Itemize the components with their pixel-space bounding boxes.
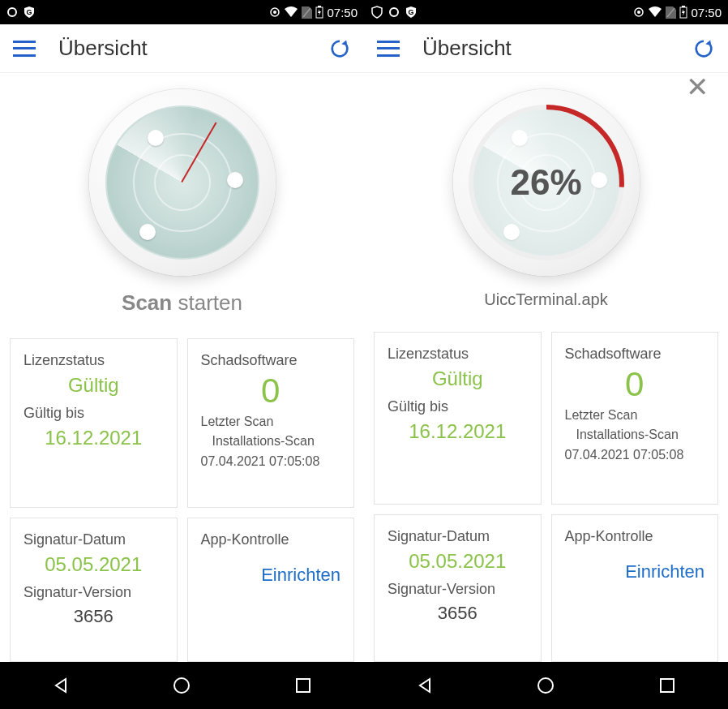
wifi-icon bbox=[648, 6, 662, 18]
tile-label: App-Kontrolle bbox=[201, 531, 341, 548]
tile-label: Lizenzstatus bbox=[388, 346, 528, 363]
scan-area: ✕ 26% UiccTerminal.apk bbox=[364, 73, 728, 324]
scan-percent: 26% bbox=[453, 89, 640, 276]
last-scan-type: Installations-Scan bbox=[201, 432, 341, 450]
recent-button[interactable] bbox=[293, 676, 313, 695]
svg-text:G: G bbox=[26, 8, 32, 16]
tile-label: Signatur-Version bbox=[24, 584, 164, 601]
back-button[interactable] bbox=[415, 676, 435, 695]
tile-label: Schadsoftware bbox=[565, 346, 705, 363]
app-header: Übersicht bbox=[364, 24, 728, 73]
license-until: 16.12.2021 bbox=[24, 427, 164, 449]
signature-date: 05.05.2021 bbox=[388, 550, 528, 573]
page-title: Übersicht bbox=[58, 36, 328, 61]
tile-appcontrol[interactable]: App-Kontrolle Einrichten bbox=[551, 514, 719, 662]
svg-point-7 bbox=[174, 678, 189, 693]
svg-rect-6 bbox=[318, 6, 321, 7]
tile-label: Signatur-Version bbox=[388, 581, 528, 598]
scan-progress-indicator: 26% bbox=[453, 89, 640, 276]
malware-count: 0 bbox=[565, 367, 705, 402]
page-title: Übersicht bbox=[422, 36, 692, 61]
tiles-grid: Lizenzstatus Gültig Gültig bis 16.12.202… bbox=[0, 330, 364, 662]
menu-button[interactable] bbox=[377, 41, 400, 57]
status-bar: G 07:50 bbox=[0, 0, 364, 24]
wifi-icon bbox=[284, 6, 298, 18]
menu-button[interactable] bbox=[13, 41, 36, 57]
svg-rect-15 bbox=[682, 6, 685, 7]
scan-caption: Scan starten bbox=[0, 290, 364, 316]
target-icon bbox=[633, 6, 644, 18]
signature-date: 05.05.2021 bbox=[24, 553, 164, 576]
tile-label: Gültig bis bbox=[24, 405, 164, 422]
tile-malware[interactable]: Schadsoftware 0 Letzter Scan Installatio… bbox=[551, 332, 719, 505]
tile-label: Gültig bis bbox=[388, 398, 528, 415]
status-bar: G 07:50 bbox=[364, 0, 728, 24]
status-right-icons: 07:50 bbox=[633, 6, 722, 19]
phone-left: G 07:50 Übersicht bbox=[0, 0, 364, 709]
tile-license[interactable]: Lizenzstatus Gültig Gültig bis 16.12.202… bbox=[374, 332, 542, 505]
shield-outline-icon bbox=[370, 6, 383, 19]
scan-start-button[interactable] bbox=[89, 89, 276, 276]
refresh-button[interactable] bbox=[692, 37, 715, 60]
status-time: 07:50 bbox=[327, 6, 358, 19]
tile-license[interactable]: Lizenzstatus Gültig Gültig bis 16.12.202… bbox=[10, 338, 178, 508]
svg-point-0 bbox=[8, 8, 16, 16]
phone-right: G 07:50 Übersicht ✕ bbox=[364, 0, 728, 709]
shield-icon: G bbox=[23, 6, 36, 19]
status-right-icons: 07:50 bbox=[269, 6, 358, 19]
svg-point-3 bbox=[273, 11, 276, 14]
signature-version: 3656 bbox=[24, 606, 164, 627]
android-nav-bar bbox=[364, 662, 728, 709]
last-scan-label: Letzter Scan bbox=[565, 406, 705, 424]
home-button[interactable] bbox=[536, 676, 555, 695]
last-scan-label: Letzter Scan bbox=[201, 413, 341, 431]
recent-button[interactable] bbox=[657, 676, 677, 695]
sim-icon bbox=[666, 6, 676, 19]
android-nav-bar bbox=[0, 662, 364, 709]
svg-rect-8 bbox=[297, 679, 310, 692]
tile-signature[interactable]: Signatur-Datum 05.05.2021 Signatur-Versi… bbox=[10, 518, 178, 662]
license-status: Gültig bbox=[24, 374, 164, 397]
tile-appcontrol[interactable]: App-Kontrolle Einrichten bbox=[187, 518, 355, 662]
scan-area: Scan starten bbox=[0, 73, 364, 330]
scan-cancel-button[interactable]: ✕ bbox=[686, 73, 709, 101]
license-until: 16.12.2021 bbox=[388, 420, 528, 443]
refresh-button[interactable] bbox=[328, 37, 351, 60]
tiles-grid: Lizenzstatus Gültig Gültig bis 16.12.202… bbox=[364, 324, 728, 662]
battery-icon bbox=[315, 6, 323, 19]
tile-label: Signatur-Datum bbox=[388, 528, 528, 545]
back-button[interactable] bbox=[51, 676, 71, 695]
license-status: Gültig bbox=[388, 367, 528, 390]
appcontrol-setup-link[interactable]: Einrichten bbox=[201, 553, 341, 586]
status-left-icons: G bbox=[370, 6, 418, 19]
appcontrol-setup-link[interactable]: Einrichten bbox=[565, 550, 705, 582]
app-header: Übersicht bbox=[0, 24, 364, 73]
sim-icon bbox=[302, 6, 312, 19]
last-scan-time: 07.04.2021 07:05:08 bbox=[565, 446, 705, 464]
svg-text:G: G bbox=[408, 8, 413, 16]
scan-current-file: UiccTerminal.apk bbox=[364, 290, 728, 309]
battery-icon bbox=[679, 6, 687, 19]
last-scan-time: 07.04.2021 07:05:08 bbox=[201, 453, 341, 471]
status-left-icons: G bbox=[6, 6, 36, 19]
status-time: 07:50 bbox=[691, 6, 722, 19]
circle-icon bbox=[6, 6, 18, 18]
svg-point-12 bbox=[637, 11, 640, 14]
shield-icon: G bbox=[405, 6, 418, 19]
tile-signature[interactable]: Signatur-Datum 05.05.2021 Signatur-Versi… bbox=[374, 514, 542, 662]
tile-malware[interactable]: Schadsoftware 0 Letzter Scan Installatio… bbox=[187, 338, 355, 508]
svg-rect-19 bbox=[661, 679, 674, 692]
tile-label: App-Kontrolle bbox=[565, 528, 705, 545]
home-button[interactable] bbox=[172, 676, 191, 695]
malware-count: 0 bbox=[201, 374, 341, 408]
svg-point-9 bbox=[390, 8, 398, 16]
tile-label: Schadsoftware bbox=[201, 352, 341, 369]
tile-label: Lizenzstatus bbox=[24, 352, 164, 369]
last-scan-type: Installations-Scan bbox=[565, 426, 705, 444]
circle-icon bbox=[388, 6, 400, 18]
svg-point-18 bbox=[538, 678, 553, 693]
target-icon bbox=[269, 6, 280, 18]
signature-version: 3656 bbox=[388, 603, 528, 624]
tile-label: Signatur-Datum bbox=[24, 531, 164, 548]
